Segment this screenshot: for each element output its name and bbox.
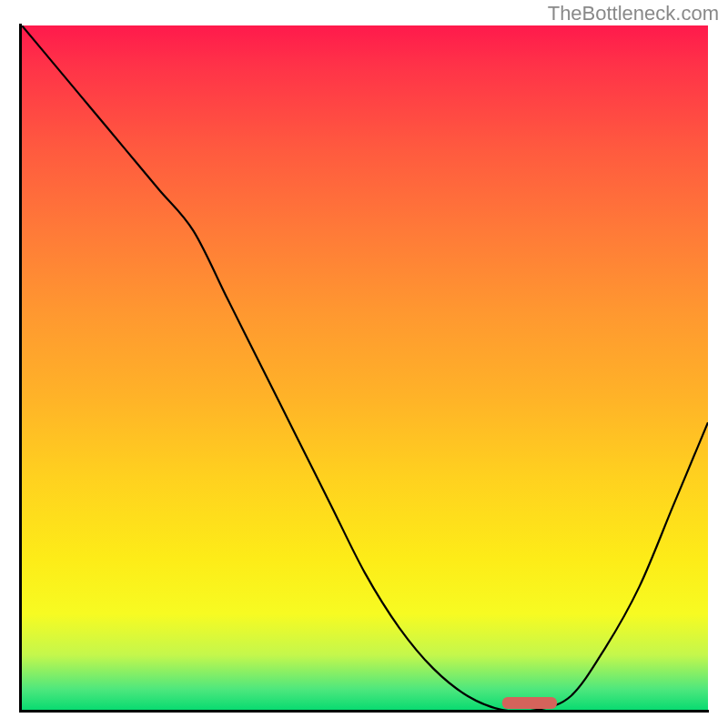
x-axis-line <box>19 710 709 713</box>
watermark-label: TheBottleneck.com <box>548 2 719 25</box>
bottleneck-chart: TheBottleneck.com <box>0 0 728 728</box>
plot-area <box>22 25 708 710</box>
optimal-marker <box>502 697 557 709</box>
performance-curve <box>22 25 708 710</box>
curve-layer <box>22 25 708 710</box>
